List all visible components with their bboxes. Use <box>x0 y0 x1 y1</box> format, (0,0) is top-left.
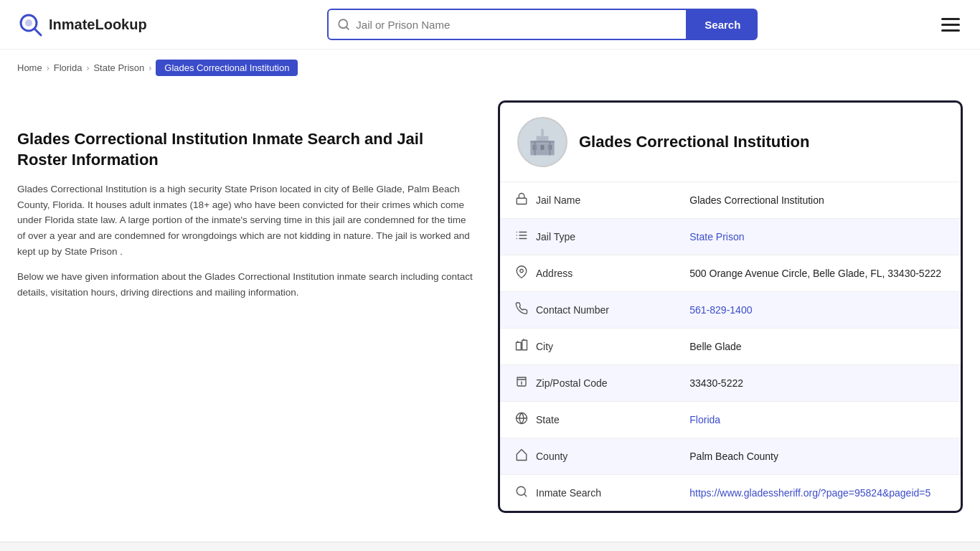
row-label: Jail Type <box>536 231 575 242</box>
svg-point-2 <box>25 19 32 27</box>
row-value[interactable]: https://www.gladessheriff.org/?page=9582… <box>675 475 961 512</box>
svg-rect-22 <box>517 342 522 350</box>
row-label: State <box>536 414 560 425</box>
table-row: Address500 Orange Avenue Circle, Belle G… <box>500 255 961 292</box>
card-title: Glades Correctional Institution <box>579 133 809 151</box>
search-button[interactable]: Search <box>687 9 758 40</box>
logo-text: InmateLookup <box>49 17 147 33</box>
svg-point-21 <box>520 269 524 273</box>
jail-icon <box>514 192 529 208</box>
row-value: 33430-5222 <box>675 365 961 402</box>
svg-rect-13 <box>530 141 554 143</box>
row-label: County <box>536 451 567 462</box>
breadcrumb-state-prison[interactable]: State Prison <box>93 62 144 73</box>
page-title: Glades Correctional Institution Inmate S… <box>17 129 476 170</box>
table-row: StateFlorida <box>500 402 961 438</box>
row-value: 500 Orange Avenue Circle, Belle Glade, F… <box>675 255 961 292</box>
left-content: Glades Correctional Institution Inmate S… <box>17 100 476 310</box>
table-row: CountyPalm Beach County <box>500 438 961 475</box>
row-value[interactable]: State Prison <box>675 219 961 255</box>
description-paragraph-1: Glades Correctional Institution is a hig… <box>17 182 476 259</box>
svg-rect-7 <box>541 129 543 136</box>
svg-rect-12 <box>549 141 551 155</box>
city-icon <box>514 339 529 354</box>
search-bar: Search <box>327 9 758 40</box>
county-icon <box>514 448 529 464</box>
hamburger-menu[interactable] <box>938 15 963 34</box>
logo-icon <box>17 11 43 37</box>
row-value: Palm Beach County <box>675 438 961 475</box>
row-label: Inmate Search <box>536 487 601 499</box>
zip-icon <box>514 375 529 391</box>
svg-line-29 <box>524 494 526 496</box>
row-label: Zip/Postal Code <box>536 377 608 389</box>
table-row: Inmate Searchhttps://www.gladessheriff.o… <box>500 475 961 512</box>
phone-icon <box>514 302 529 318</box>
breadcrumb-florida[interactable]: Florida <box>54 62 83 73</box>
svg-rect-11 <box>534 141 536 155</box>
info-table: Jail NameGlades Correctional Institution… <box>500 182 961 511</box>
table-row: Zip/Postal Code33430-5222 <box>500 365 961 402</box>
globe-icon <box>514 412 529 428</box>
list-icon <box>514 229 529 245</box>
row-value-link[interactable]: https://www.gladessheriff.org/?page=9582… <box>689 487 930 499</box>
footer-bar <box>0 542 980 551</box>
header: InmateLookup Search <box>0 0 980 50</box>
svg-rect-9 <box>541 145 545 150</box>
svg-line-1 <box>34 29 41 35</box>
breadcrumb: Home › Florida › State Prison › Glades C… <box>0 50 980 86</box>
pin-icon <box>514 265 529 281</box>
description-paragraph-2: Below we have given information about th… <box>17 269 476 300</box>
facility-building-icon <box>524 124 560 160</box>
facility-card: Glades Correctional Institution Jail Nam… <box>498 100 963 513</box>
table-row: CityBelle Glade <box>500 329 961 365</box>
table-row: Jail TypeState Prison <box>500 219 961 255</box>
search-input-wrap <box>327 9 687 40</box>
row-value[interactable]: Florida <box>675 402 961 438</box>
logo-link[interactable]: InmateLookup <box>17 11 147 37</box>
row-value-link[interactable]: State Prison <box>689 231 744 242</box>
chevron-icon: › <box>149 63 151 73</box>
search-input[interactable] <box>356 19 677 31</box>
table-row: Jail NameGlades Correctional Institution <box>500 182 961 219</box>
search-icon <box>337 18 350 31</box>
table-row: Contact Number561-829-1400 <box>500 292 961 329</box>
row-label: Contact Number <box>536 304 609 316</box>
svg-rect-23 <box>522 340 527 350</box>
chevron-icon: › <box>86 63 89 73</box>
card-header: Glades Correctional Institution <box>500 103 961 182</box>
svg-rect-14 <box>517 198 527 204</box>
breadcrumb-current: Glades Correctional Institution <box>156 60 298 76</box>
breadcrumb-home[interactable]: Home <box>17 62 42 73</box>
row-label: Jail Name <box>536 194 580 206</box>
facility-avatar <box>517 117 567 167</box>
svg-marker-27 <box>517 450 527 461</box>
svg-line-4 <box>347 27 349 29</box>
main-content: Glades Correctional Institution Inmate S… <box>0 86 980 542</box>
row-value: Glades Correctional Institution <box>675 182 961 219</box>
row-label: Address <box>536 268 573 279</box>
row-value-link[interactable]: 561-829-1400 <box>689 304 752 316</box>
search-icon <box>514 485 529 501</box>
row-value-link[interactable]: Florida <box>689 414 720 425</box>
chevron-icon: › <box>47 63 50 73</box>
row-label: City <box>536 341 553 352</box>
row-value: Belle Glade <box>675 329 961 365</box>
row-value[interactable]: 561-829-1400 <box>675 292 961 329</box>
